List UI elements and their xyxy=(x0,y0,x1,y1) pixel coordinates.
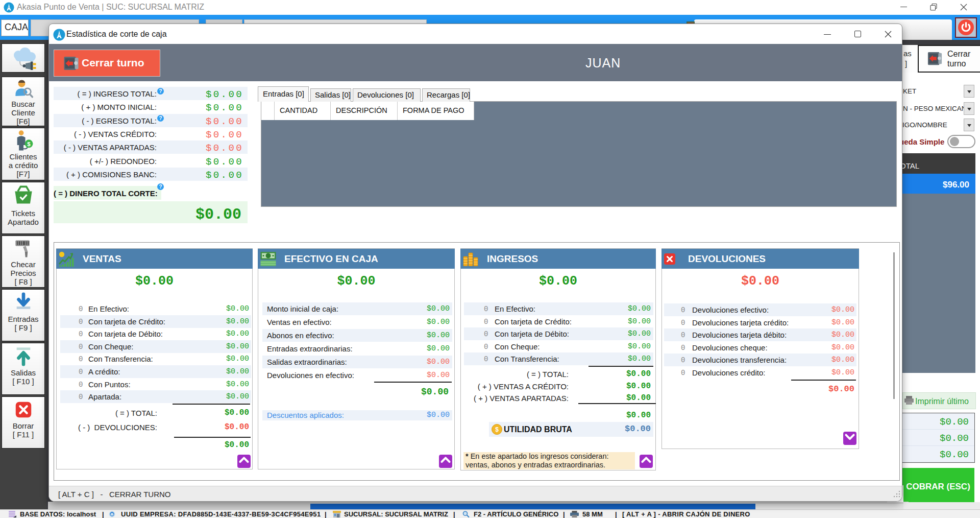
svg-text:$: $ xyxy=(495,426,499,433)
svg-text:$: $ xyxy=(27,141,31,147)
